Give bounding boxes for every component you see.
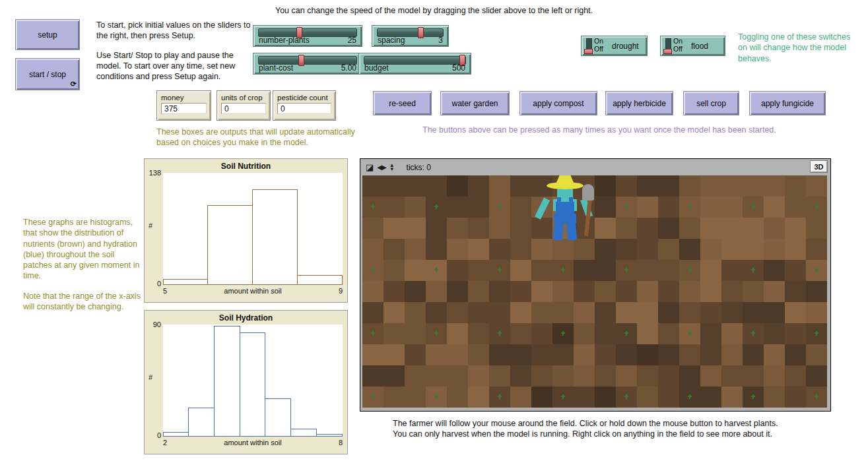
plant-sprout[interactable]	[626, 331, 627, 336]
soil-patch[interactable]	[384, 260, 405, 281]
soil-patch[interactable]	[616, 344, 637, 365]
resize-world-icon[interactable]: ◪	[366, 163, 374, 171]
soil-patch[interactable]	[743, 365, 764, 386]
apply-compost-button[interactable]: apply compost	[519, 91, 597, 115]
soil-patch[interactable]	[679, 344, 700, 365]
soil-patch[interactable]	[743, 344, 764, 365]
soil-patch[interactable]	[595, 260, 616, 281]
soil-patch[interactable]	[806, 281, 827, 302]
soil-patch[interactable]	[785, 344, 806, 365]
plant-sprout[interactable]	[816, 204, 817, 209]
soil-patch[interactable]	[658, 302, 679, 323]
soil-patch[interactable]	[658, 260, 679, 281]
soil-patch[interactable]	[700, 386, 721, 408]
soil-patch[interactable]	[384, 197, 405, 218]
soil-patch[interactable]	[447, 323, 468, 344]
soil-patch[interactable]	[700, 281, 721, 302]
soil-patch[interactable]	[574, 323, 595, 344]
soil-patch[interactable]	[595, 175, 616, 197]
soil-patch[interactable]	[574, 302, 595, 323]
soil-patch[interactable]	[595, 323, 616, 344]
soil-patch[interactable]	[806, 239, 827, 260]
soil-patch[interactable]	[679, 365, 700, 386]
soil-patch[interactable]	[362, 302, 384, 323]
plant-sprout[interactable]	[752, 394, 754, 399]
plant-sprout[interactable]	[626, 394, 627, 399]
soil-patch[interactable]	[764, 239, 785, 260]
soil-patch[interactable]	[510, 175, 531, 197]
soil-patch[interactable]	[405, 386, 426, 408]
soil-patch[interactable]	[806, 302, 827, 323]
soil-patch[interactable]	[362, 239, 384, 260]
soil-patch[interactable]	[700, 175, 721, 197]
soil-patch[interactable]	[658, 386, 679, 408]
soil-patch[interactable]	[447, 239, 468, 260]
plant-sprout[interactable]	[436, 268, 437, 272]
plant-sprout[interactable]	[499, 394, 500, 399]
soil-patch[interactable]	[658, 197, 679, 218]
soil-patch[interactable]	[510, 218, 531, 239]
soil-patch[interactable]	[468, 386, 489, 408]
plant-sprout[interactable]	[436, 204, 437, 209]
soil-patch[interactable]	[384, 218, 405, 239]
soil-patch[interactable]	[637, 281, 658, 302]
soil-patch[interactable]	[679, 281, 700, 302]
soil-patch[interactable]	[616, 239, 637, 260]
soil-patch[interactable]	[616, 281, 637, 302]
soil-patch[interactable]	[405, 197, 426, 218]
soil-patch[interactable]	[721, 260, 743, 281]
soil-patch[interactable]	[384, 344, 405, 365]
plant-sprout[interactable]	[626, 268, 627, 272]
setup-button[interactable]: setup	[15, 19, 80, 50]
soil-patch[interactable]	[384, 239, 405, 260]
soil-patch[interactable]	[489, 302, 510, 323]
soil-patch[interactable]	[405, 260, 426, 281]
soil-patch[interactable]	[384, 175, 405, 197]
soil-patch[interactable]	[700, 260, 721, 281]
soil-patch[interactable]	[595, 197, 616, 218]
soil-patch[interactable]	[468, 197, 489, 218]
soil-patch[interactable]	[806, 365, 827, 386]
soil-patch[interactable]	[531, 260, 552, 281]
soil-patch[interactable]	[785, 218, 806, 239]
soil-patch[interactable]	[721, 175, 743, 197]
soil-patch[interactable]	[574, 365, 595, 386]
soil-patch[interactable]	[426, 281, 447, 302]
soil-patch[interactable]	[743, 175, 764, 197]
soil-patch[interactable]	[637, 197, 658, 218]
soil-patch[interactable]	[426, 239, 447, 260]
soil-patch[interactable]	[764, 260, 785, 281]
plant-sprout[interactable]	[562, 394, 564, 399]
soil-patch[interactable]	[700, 302, 721, 323]
switch-flood[interactable]: On Off flood	[660, 36, 725, 56]
soil-patch[interactable]	[468, 323, 489, 344]
soil-patch[interactable]	[764, 197, 785, 218]
soil-patch[interactable]	[721, 344, 743, 365]
plant-sprout[interactable]	[752, 268, 754, 272]
soil-patch[interactable]	[405, 302, 426, 323]
soil-patch[interactable]	[700, 218, 721, 239]
soil-patch[interactable]	[743, 281, 764, 302]
soil-patch[interactable]	[510, 197, 531, 218]
soil-patch[interactable]	[595, 218, 616, 239]
soil-patch[interactable]	[721, 239, 743, 260]
soil-patch[interactable]	[405, 218, 426, 239]
soil-patch[interactable]	[468, 365, 489, 386]
soil-patch[interactable]	[510, 281, 531, 302]
soil-patch[interactable]	[531, 386, 552, 408]
soil-patch[interactable]	[658, 239, 679, 260]
switch-knob[interactable]	[584, 49, 593, 54]
soil-patch[interactable]	[679, 218, 700, 239]
view-3d-button[interactable]: 3D	[810, 160, 828, 173]
soil-patch[interactable]	[721, 323, 743, 344]
soil-patch[interactable]	[405, 175, 426, 197]
soil-patch[interactable]	[764, 386, 785, 408]
soil-patch[interactable]	[362, 175, 384, 197]
vertical-arrows-icon[interactable]: ▲ ▼	[389, 164, 395, 171]
soil-patch[interactable]	[510, 344, 531, 365]
soil-patch[interactable]	[764, 281, 785, 302]
soil-patch[interactable]	[785, 365, 806, 386]
soil-patch[interactable]	[785, 302, 806, 323]
soil-patch[interactable]	[531, 323, 552, 344]
soil-patch[interactable]	[426, 302, 447, 323]
